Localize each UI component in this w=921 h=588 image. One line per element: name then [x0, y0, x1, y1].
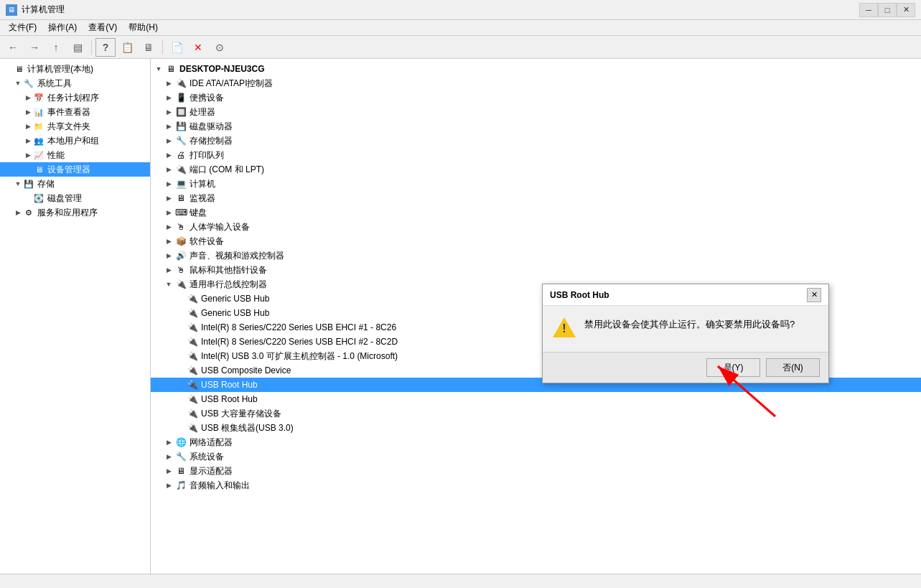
minimize-button[interactable]: ─ [859, 3, 878, 17]
dialog[interactable]: USB Root Hub ✕ ! 禁用此设备会使其停止运行。确实要禁用此设备吗?… [542, 284, 829, 383]
right-item-print-queue[interactable]: ▶ 🖨 打印队列 [151, 148, 921, 162]
disk-drives-icon: 💾 [175, 121, 187, 132]
sidebar-item-storage[interactable]: ▼ 💾 存储 [0, 177, 150, 191]
warning-icon: ! [553, 317, 576, 340]
right-item-audio-io[interactable]: ▶ 🎵 音频输入和输出 [151, 478, 921, 493]
dialog-body: ! 禁用此设备会使其停止运行。确实要禁用此设备吗? [543, 306, 828, 352]
usb-composite-label: USB Composite Device [201, 365, 291, 375]
left-panel: 🖥 计算机管理(本地) ▼ 🔧 系统工具 ▶ 📅 任务计划程序 ▶ 📊 事件查看… [0, 59, 151, 574]
help-button[interactable]: ? [95, 38, 116, 57]
arrow-icon: ▶ [164, 437, 174, 447]
up-button[interactable]: ↑ [46, 38, 66, 57]
no-button[interactable]: 否(N) [766, 358, 820, 377]
right-item-usb-root-3[interactable]: 🔌 USB 根集线器(USB 3.0) [151, 421, 921, 435]
arrow-icon [177, 380, 187, 390]
right-item-software-dev[interactable]: ▶ 📦 软件设备 [151, 234, 921, 248]
portable-icon: 📱 [175, 92, 187, 103]
maximize-button[interactable]: □ [878, 3, 897, 17]
dialog-title-bar: USB Root Hub ✕ [543, 284, 828, 306]
device-manager-icon: 🖥 [33, 164, 45, 175]
audio-io-label: 音频输入和输出 [190, 480, 250, 492]
sidebar-item-performance[interactable]: ▶ 📈 性能 [0, 148, 150, 162]
right-panel-header[interactable]: ▼ 🖥 DESKTOP-NJEU3CG [151, 62, 921, 76]
usb-root-3-icon: 🔌 [187, 422, 198, 434]
close-button[interactable]: ✕ [897, 3, 915, 17]
warning-exclaim-icon: ! [562, 323, 566, 335]
sidebar-item-local-users[interactable]: ▶ 👥 本地用户和组 [0, 134, 150, 148]
generic-hub2-icon: 🔌 [187, 307, 198, 319]
right-item-disk-drives[interactable]: ▶ 💾 磁盘驱动器 [151, 119, 921, 134]
print-queue-icon: 🖨 [175, 149, 187, 161]
monitor-icon: 🖥 [175, 192, 187, 204]
title-text: 计算机管理 [22, 4, 859, 16]
right-item-display-adapt[interactable]: ▶ 🖥 显示适配器 [151, 464, 921, 478]
menu-file[interactable]: 文件(F) [3, 20, 42, 35]
com-lpt-icon: 🔌 [175, 164, 187, 175]
right-item-portable[interactable]: ▶ 📱 便携设备 [151, 90, 921, 105]
menu-bar: 文件(F) 操作(A) 查看(V) 帮助(H) [0, 20, 921, 36]
delete-button[interactable]: ✕ [188, 38, 208, 57]
hid-icon: 🖱 [175, 221, 187, 233]
right-item-usb-root-hub2[interactable]: 🔌 USB Root Hub [151, 392, 921, 406]
portable-label: 便携设备 [190, 92, 224, 104]
sidebar-label-storage: 存储 [37, 178, 55, 190]
disk-mgmt-icon: 💽 [33, 192, 45, 204]
menu-action[interactable]: 操作(A) [42, 20, 83, 35]
menu-help[interactable]: 帮助(H) [123, 20, 164, 35]
yes-button[interactable]: 是(Y) [706, 358, 760, 377]
arrow-icon: ▶ [23, 107, 33, 117]
right-item-computer[interactable]: ▶ 💻 计算机 [151, 177, 921, 191]
right-item-usb-mass[interactable]: 🔌 USB 大容量存储设备 [151, 406, 921, 421]
software-dev-icon: 📦 [175, 235, 187, 247]
arrow-icon: ▼ [164, 279, 174, 289]
back-button[interactable]: ← [3, 38, 23, 57]
right-item-keyboard[interactable]: ▶ ⌨ 键盘 [151, 205, 921, 220]
right-item-ide-atapi[interactable]: ▶ 🔌 IDE ATA/ATAPI控制器 [151, 76, 921, 90]
task-scheduler-icon: 📅 [33, 92, 45, 103]
right-item-processor[interactable]: ▶ 🔲 处理器 [151, 105, 921, 119]
disk-drives-label: 磁盘驱动器 [190, 121, 233, 133]
right-item-com-lpt[interactable]: ▶ 🔌 端口 (COM 和 LPT) [151, 162, 921, 177]
arrow-icon: ▶ [164, 78, 174, 88]
sidebar-item-event-viewer[interactable]: ▶ 📊 事件查看器 [0, 105, 150, 119]
monitor-button[interactable]: 🖥 [139, 38, 159, 57]
right-item-network[interactable]: ▶ 🌐 网络适配器 [151, 435, 921, 449]
arrow-icon: ▶ [164, 107, 174, 117]
show-hide-button[interactable]: ▤ [67, 38, 88, 57]
sidebar-item-services-apps[interactable]: ▶ ⚙ 服务和应用程序 [0, 205, 150, 220]
arrow-icon: ▶ [164, 179, 174, 189]
arrow-icon [177, 409, 187, 419]
usb-ctrl-label: 通用串行总线控制器 [190, 279, 267, 291]
right-item-sound[interactable]: ▶ 🔊 声音、视频和游戏控制器 [151, 248, 921, 263]
usb-root-hub2-icon: 🔌 [187, 393, 198, 405]
sidebar-item-computer-mgmt[interactable]: 🖥 计算机管理(本地) [0, 62, 150, 76]
mouse-label: 鼠标和其他指针设备 [190, 264, 267, 276]
export-button[interactable]: 📋 [117, 38, 137, 57]
sidebar-item-task-scheduler[interactable]: ▶ 📅 任务计划程序 [0, 90, 150, 105]
right-item-hid[interactable]: ▶ 🖱 人体学输入设备 [151, 220, 921, 234]
sidebar-item-device-manager[interactable]: 🖥 设备管理器 [0, 162, 150, 177]
usb-root-hub1-label: USB Root Hub [201, 380, 258, 390]
arrow-icon [177, 308, 187, 318]
sidebar-item-system-tools[interactable]: ▼ 🔧 系统工具 [0, 76, 150, 90]
new-button[interactable]: 📄 [167, 38, 187, 57]
sound-icon: 🔊 [175, 250, 187, 261]
sidebar-item-disk-mgmt[interactable]: 💽 磁盘管理 [0, 191, 150, 205]
forward-button[interactable]: → [24, 38, 45, 57]
computer-name: DESKTOP-NJEU3CG [179, 64, 264, 74]
dialog-close-button[interactable]: ✕ [807, 288, 821, 302]
arrow-icon: ▶ [23, 150, 33, 160]
right-item-mouse[interactable]: ▶ 🖱 鼠标和其他指针设备 [151, 263, 921, 277]
arrow-icon: ▼ [13, 78, 23, 88]
arrow-icon: ▶ [164, 265, 174, 275]
right-item-storage-ctrl[interactable]: ▶ 🔧 存储控制器 [151, 134, 921, 148]
sidebar-item-shared-folders[interactable]: ▶ 📁 共享文件夹 [0, 119, 150, 134]
arrow-icon: ▶ [164, 93, 174, 103]
menu-view[interactable]: 查看(V) [83, 20, 123, 35]
arrow-icon: ▼ [13, 179, 23, 189]
settings-button[interactable]: ⊙ [210, 38, 230, 57]
right-item-sys-dev[interactable]: ▶ 🔧 系统设备 [151, 449, 921, 464]
arrow-icon [177, 337, 187, 347]
arrow-icon: ▶ [164, 136, 174, 146]
right-item-monitor[interactable]: ▶ 🖥 监视器 [151, 191, 921, 205]
